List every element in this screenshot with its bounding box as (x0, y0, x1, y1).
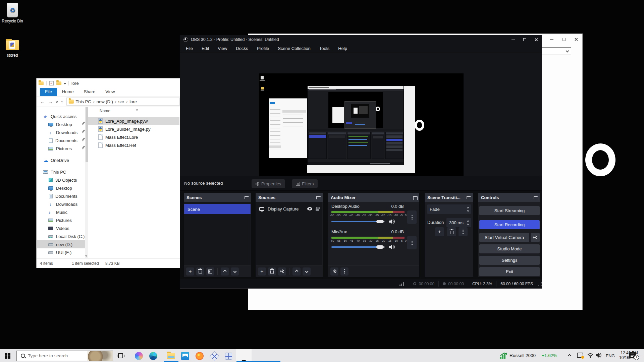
add-source-button[interactable]: + (258, 267, 266, 276)
close-icon[interactable] (530, 35, 542, 44)
menu-item[interactable]: Help (334, 46, 352, 51)
add-transition-button[interactable]: + (435, 227, 444, 236)
remove-source-button[interactable] (268, 267, 276, 276)
sidebar-item[interactable]: This PC (37, 168, 88, 176)
menu-item[interactable]: Docks (231, 46, 252, 51)
menu-item[interactable]: Scene Collection (273, 46, 315, 51)
obs-preview-canvas[interactable] (259, 73, 464, 188)
remove-transition-button[interactable] (447, 227, 456, 236)
edge-icon[interactable] (149, 352, 157, 360)
scene-filters-button[interactable] (206, 267, 214, 276)
sidebar-item[interactable]: Quick access (37, 112, 88, 120)
settings-button[interactable]: Settings (479, 256, 540, 265)
minimize-button[interactable] (507, 35, 519, 44)
properties-button[interactable]: Properties (252, 179, 285, 188)
menu-item[interactable]: Edit (197, 46, 213, 51)
volume-tray-icon[interactable] (596, 353, 602, 358)
menu-item[interactable]: File (181, 46, 197, 51)
breadcrumb[interactable]: This PC›new (D:)›scr›lore› (66, 98, 180, 106)
lock-icon[interactable] (316, 208, 319, 211)
filters-button[interactable]: Filters (292, 179, 318, 188)
quick-access-chevron-icon[interactable] (64, 82, 66, 84)
breadcrumb-item[interactable]: lore› (129, 99, 137, 104)
sidebar-item[interactable]: Documents (37, 192, 88, 200)
scene-list-item[interactable]: Scene (184, 204, 251, 214)
back-icon[interactable]: ← (40, 99, 45, 105)
history-chevron-icon[interactable] (56, 100, 58, 103)
stock-index-name[interactable]: Russell 2000 (509, 353, 536, 358)
sidebar-item[interactable]: 3D Objects (37, 176, 88, 184)
breadcrumb-item[interactable]: This PC› (76, 99, 95, 104)
wifi-icon[interactable] (587, 353, 594, 358)
copilot-icon[interactable] (135, 352, 143, 360)
start-virtual-camera-button[interactable]: Start Virtual Camera (479, 233, 529, 242)
minimize-button[interactable] (547, 36, 557, 43)
stock-chart-icon[interactable] (500, 352, 508, 359)
speaker-icon[interactable] (388, 244, 395, 250)
start-streaming-button[interactable]: Start Streaming (479, 206, 540, 215)
sidebar-item[interactable]: Videos (37, 224, 88, 232)
sidebar-item[interactable]: Desktop (37, 120, 88, 128)
resize-grip[interactable] (538, 285, 539, 286)
sidebar-item[interactable]: Documents (37, 136, 88, 144)
screen-share-tray-icon[interactable] (577, 353, 583, 358)
move-source-up-button[interactable] (292, 267, 301, 276)
channel-options-button[interactable] (407, 210, 417, 224)
forward-icon[interactable]: → (48, 99, 53, 105)
ribbon-tab[interactable]: Home (57, 88, 79, 96)
sidebar-item[interactable]: new (D:) (37, 240, 88, 248)
file-row[interactable]: Mass Effect.Lore (88, 133, 179, 141)
source-properties-button[interactable] (278, 267, 286, 276)
sidebar-item[interactable]: Music (37, 208, 88, 216)
ribbon-tab[interactable]: File (40, 88, 57, 96)
sidebar-item[interactable]: OneDrive (37, 156, 88, 164)
breadcrumb-item[interactable]: new (D:)› (97, 99, 116, 104)
new-folder-icon[interactable] (56, 81, 61, 85)
sort-ascending-icon[interactable] (136, 107, 138, 112)
file-explorer-icon[interactable] (167, 353, 175, 359)
sidebar-item[interactable]: Pictures (37, 144, 88, 153)
sidebar-item[interactable]: Pictures (37, 216, 88, 224)
popout-icon[interactable] (467, 196, 470, 199)
language-indicator[interactable]: ENG (606, 354, 615, 358)
popout-icon[interactable] (245, 196, 248, 199)
popout-icon[interactable] (413, 196, 417, 199)
duration-input[interactable]: 300 ms (446, 218, 471, 227)
notification-badge[interactable]: 1 (634, 355, 639, 360)
volume-slider[interactable] (331, 246, 385, 248)
speaker-icon[interactable] (388, 219, 395, 224)
sidebar-item[interactable]: Downloads (37, 200, 88, 208)
start-button[interactable] (5, 353, 10, 359)
popout-icon[interactable] (534, 196, 537, 199)
column-header-name[interactable]: Name (100, 109, 110, 113)
scroll-down-icon[interactable] (85, 255, 87, 257)
app-tile-icon-2[interactable] (225, 353, 232, 360)
menu-item[interactable]: View (213, 46, 231, 51)
menu-item[interactable]: Tools (315, 46, 334, 51)
channel-options-button[interactable] (407, 236, 417, 249)
search-daily-image[interactable] (87, 351, 113, 361)
breadcrumb-item[interactable]: scr› (118, 99, 127, 104)
popout-icon[interactable] (316, 196, 320, 199)
maximize-button[interactable] (519, 35, 530, 44)
app-tile-icon[interactable] (210, 351, 220, 361)
desktop-icon-stored[interactable]: stored (0, 39, 25, 58)
sidebar-item[interactable]: Downloads (37, 128, 88, 136)
transition-options-button[interactable] (459, 227, 468, 236)
close-icon[interactable] (571, 36, 581, 43)
add-scene-button[interactable]: + (186, 267, 194, 276)
sidebar-item[interactable]: Local Disk (C:) (37, 232, 88, 240)
sidebar-scrollbar[interactable] (85, 107, 88, 258)
volume-slider[interactable] (331, 221, 385, 222)
file-row[interactable]: Lore_App_Image.pyw (88, 117, 179, 125)
visibility-eye-icon[interactable] (307, 207, 312, 210)
virtual-camera-config-button[interactable] (531, 233, 540, 242)
move-scene-up-button[interactable] (221, 267, 229, 276)
studio-mode-button[interactable]: Studio Mode (479, 244, 540, 253)
mixer-options-button[interactable] (340, 267, 348, 276)
stock-change[interactable]: +1.62% (542, 353, 557, 358)
folder-icon[interactable] (39, 81, 44, 85)
move-scene-down-button[interactable] (231, 267, 239, 276)
exit-button[interactable]: Exit (479, 267, 540, 276)
sidebar-item[interactable]: UUI (F:) (37, 248, 88, 256)
